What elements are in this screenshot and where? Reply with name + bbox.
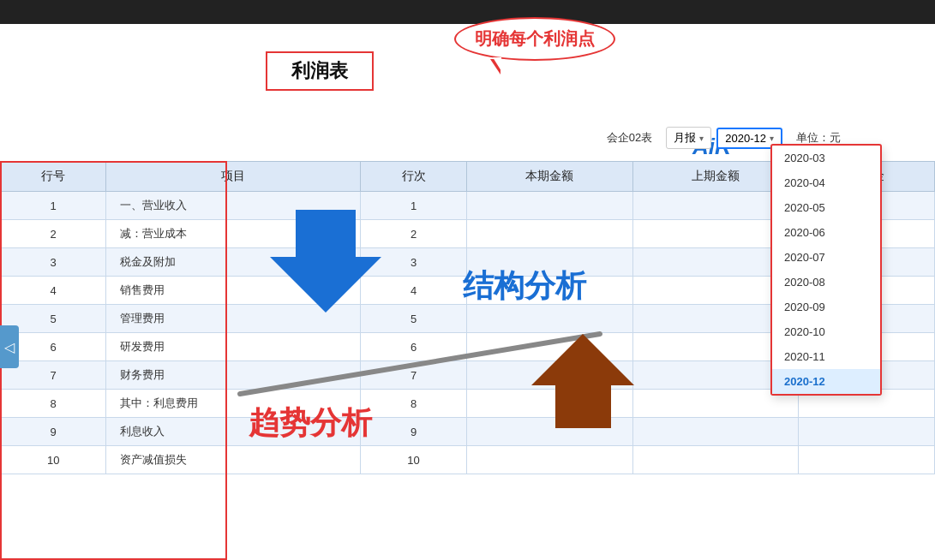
speech-bubble-text: 明确每个利润点 [454, 17, 615, 61]
col-rownum: 行号 [1, 162, 106, 192]
col-current: 本期金额 [466, 162, 632, 192]
company-label: 会企02表 [607, 130, 652, 146]
dropdown-item[interactable]: 2020-09 [772, 295, 880, 319]
period-type-label: 月报 [674, 130, 696, 146]
dropdown-item[interactable]: 2020-07 [772, 245, 880, 270]
col-seq: 行次 [361, 162, 466, 192]
arrow-shaft [296, 210, 356, 257]
up-arrow-brown [531, 334, 634, 428]
speech-bubble: 明确每个利润点 [454, 17, 615, 61]
dropdown-item[interactable]: 2020-12 [772, 369, 880, 394]
left-nav-arrow[interactable]: ◁ [0, 325, 19, 368]
down-arrow-blue [270, 210, 381, 313]
arrow-head [270, 257, 381, 313]
dropdown-item[interactable]: 2020-03 [772, 146, 880, 170]
table-row: 10资产减值损失10 [1, 446, 935, 474]
dropdown-item[interactable]: 2020-08 [772, 270, 880, 295]
up-arrow-head [531, 334, 634, 385]
page-title: 利润表 [266, 51, 374, 91]
label-jiegou: 结构分析 [463, 265, 586, 307]
period-dropdown[interactable]: 2020-032020-042020-052020-062020-072020-… [770, 144, 882, 396]
period-type-select[interactable]: 月报 ▾ [666, 127, 711, 149]
table-row: 9利息收入9 [1, 418, 935, 446]
period-value-label: 2020-12 [725, 132, 766, 145]
col-item: 项目 [106, 162, 361, 192]
up-arrow-shaft [555, 385, 611, 428]
dropdown-item[interactable]: 2020-04 [772, 170, 880, 195]
dropdown-item[interactable]: 2020-10 [772, 319, 880, 344]
label-qushi: 趋势分析 [249, 402, 372, 444]
period-type-chevron: ▾ [699, 134, 704, 143]
dropdown-item[interactable]: 2020-06 [772, 220, 880, 245]
dropdown-item[interactable]: 2020-11 [772, 344, 880, 369]
dropdown-item[interactable]: 2020-05 [772, 195, 880, 220]
left-nav-icon: ◁ [4, 339, 15, 355]
period-chevron: ▾ [770, 134, 774, 143]
